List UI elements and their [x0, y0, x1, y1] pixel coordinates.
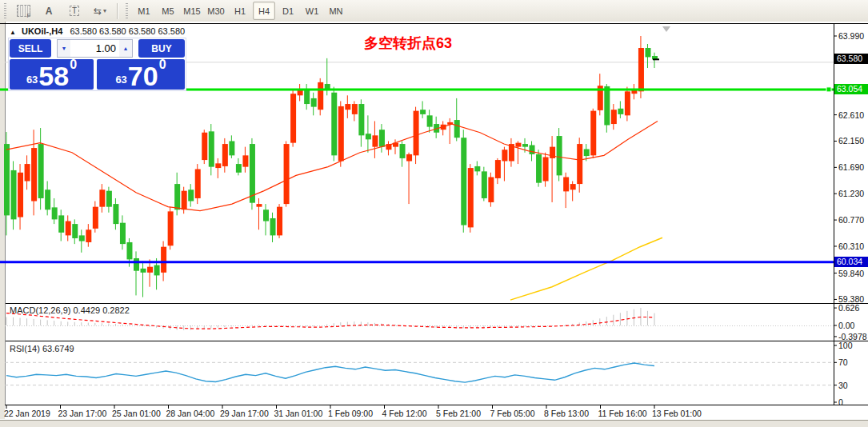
buy-price-big: 70 [128, 64, 158, 88]
candle [427, 115, 433, 126]
candle [604, 86, 610, 126]
candle [168, 211, 174, 245]
sell-button[interactable]: SELL [10, 39, 51, 58]
candle [188, 190, 194, 201]
candle [284, 144, 290, 204]
candle [141, 269, 146, 273]
volume-down-button[interactable]: ▼ [58, 40, 70, 57]
candle [106, 191, 112, 207]
candle [379, 130, 385, 146]
volume-stepper: ▼ 1.00 ▲ [57, 39, 133, 58]
date-axis-label: 25 Jan 01:00 [112, 409, 161, 418]
candle [522, 144, 528, 147]
price-axis-label: 62.150 [838, 136, 864, 146]
candle [174, 184, 180, 210]
candle [400, 144, 406, 158]
candle [202, 133, 207, 160]
buy-price-display[interactable]: 63 70 0 [97, 59, 185, 90]
price-axis-label: 61.690 [838, 162, 864, 172]
bottom-strip [0, 420, 868, 427]
candle [86, 229, 91, 242]
candle [236, 164, 242, 173]
candle [79, 235, 85, 241]
current-price-badge: 63.580 [834, 54, 868, 64]
candle [72, 224, 78, 238]
date-axis-label: 4 Feb 12:00 [382, 409, 427, 418]
chart-annotation: 多空转折点63 [364, 34, 452, 53]
candle [563, 178, 569, 192]
candle [99, 190, 105, 206]
candle [352, 104, 358, 114]
candle [58, 215, 64, 232]
candle [263, 210, 269, 221]
buy-price-sup: 0 [159, 59, 166, 70]
candle [52, 207, 58, 219]
one-click-trading-panel: SELL ▼ 1.00 ▲ BUY 63 58 0 63 70 0 [8, 38, 186, 91]
candle [406, 154, 412, 162]
candle [495, 160, 501, 178]
date-axis-label: 11 Feb 16:00 [598, 409, 647, 418]
candle [590, 111, 596, 156]
candle [543, 157, 549, 181]
current-price-marker [653, 58, 659, 60]
candle [461, 138, 466, 225]
candle [134, 258, 139, 271]
sell-price-display[interactable]: 63 58 0 [10, 59, 94, 90]
date-axis-label: 23 Jan 17:00 [58, 409, 107, 418]
macd-axis-label: 0.00 [838, 321, 854, 330]
candle [120, 223, 126, 244]
volume-up-button[interactable]: ▲ [119, 40, 132, 57]
candle [113, 204, 118, 224]
candle [209, 131, 214, 166]
date-axis-label: 1 Feb 09:00 [328, 409, 373, 418]
line-handle[interactable] [826, 87, 831, 92]
candle [93, 207, 98, 229]
candle [515, 143, 521, 147]
rsi-axis-label: 100 [838, 341, 853, 350]
price-axis-label: 60.310 [838, 241, 864, 251]
candle [482, 171, 487, 198]
candle [31, 148, 37, 201]
date-axis-label: 31 Jan 01:00 [274, 409, 323, 418]
candle [618, 109, 623, 114]
candle [372, 135, 378, 146]
price-axis-label: 60.770 [838, 215, 864, 225]
candle [338, 106, 344, 162]
candle [147, 267, 153, 273]
candle [66, 221, 71, 236]
price-axis-label: 61.230 [838, 189, 864, 198]
candle [366, 134, 371, 139]
candle [256, 204, 262, 207]
volume-input[interactable]: 1.00 [70, 40, 119, 57]
candle [277, 207, 282, 236]
candle [611, 110, 617, 124]
candle [18, 173, 23, 217]
date-axis-label: 7 Feb 05:00 [490, 409, 535, 418]
candle [304, 90, 310, 104]
candle [645, 48, 650, 57]
price-axis-label: 59.840 [838, 269, 864, 278]
candle [311, 98, 317, 107]
candle [488, 178, 494, 202]
candle [154, 265, 160, 276]
date-axis-label: 13 Feb 01:00 [652, 409, 702, 418]
candle [570, 184, 576, 190]
candle [270, 218, 276, 235]
candle [4, 144, 10, 215]
buy-button[interactable]: BUY [138, 39, 185, 58]
resistance-price-badge: 63.054 [834, 84, 868, 94]
candle [584, 149, 590, 156]
sell-price-sup: 0 [70, 59, 77, 70]
date-axis-label: 5 Feb 21:00 [436, 409, 481, 418]
collapse-icon[interactable]: ▲ [10, 29, 16, 36]
candle [474, 166, 480, 171]
candle [454, 120, 460, 138]
date-axis-label: 8 Feb 13:00 [544, 409, 589, 418]
candle [161, 247, 166, 273]
candle [38, 144, 44, 198]
candle [195, 170, 201, 198]
candle [45, 190, 50, 210]
rsi-label: RSI(14) 63.6749 [10, 344, 74, 353]
candle [557, 136, 562, 175]
date-axis-label: 29 Jan 17:00 [220, 409, 269, 418]
